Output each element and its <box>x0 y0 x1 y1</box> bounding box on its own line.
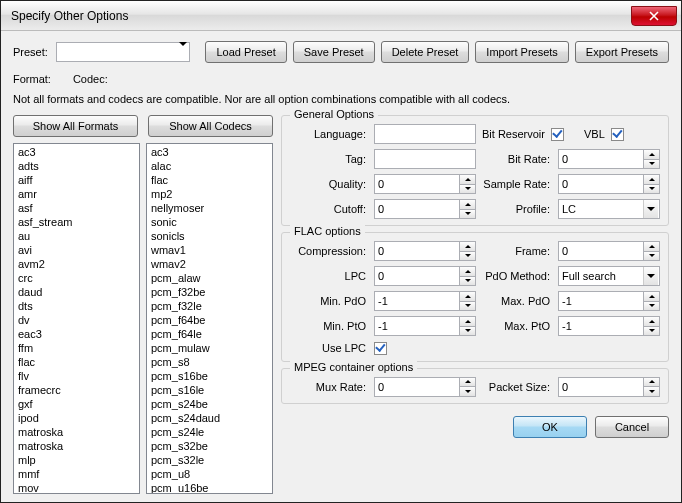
list-item[interactable]: ffm <box>14 341 139 355</box>
use-lpc-checkbox[interactable] <box>374 342 387 355</box>
mux-rate-input[interactable]: 0 <box>374 377 476 397</box>
list-item[interactable]: alac <box>147 159 272 173</box>
list-item[interactable]: matroska <box>14 425 139 439</box>
list-item[interactable]: pcm_s24le <box>147 425 272 439</box>
list-item[interactable]: pcm_f64be <box>147 313 272 327</box>
compression-input[interactable]: 0 <box>374 241 476 261</box>
language-label: Language: <box>290 128 368 140</box>
list-item[interactable]: avm2 <box>14 257 139 271</box>
list-item[interactable]: sonicls <box>147 229 272 243</box>
list-item[interactable]: pcm_u8 <box>147 467 272 481</box>
packet-size-input[interactable]: 0 <box>558 377 660 397</box>
codecs-listbox[interactable]: ac3alacflacmp2nellymosersonicsoniclswmav… <box>146 143 273 494</box>
bit-reservoir-checkbox[interactable] <box>551 128 564 141</box>
list-item[interactable]: pcm_f64le <box>147 327 272 341</box>
list-item[interactable]: wmav2 <box>147 257 272 271</box>
list-item[interactable]: pcm_alaw <box>147 271 272 285</box>
list-item[interactable]: daud <box>14 285 139 299</box>
lpc-input[interactable]: 0 <box>374 266 476 286</box>
list-item[interactable]: matroska <box>14 439 139 453</box>
cancel-button[interactable]: Cancel <box>595 416 669 438</box>
quality-input[interactable]: 0 <box>374 174 476 194</box>
ok-button[interactable]: OK <box>513 416 587 438</box>
list-item[interactable]: nellymoser <box>147 201 272 215</box>
list-item[interactable]: pcm_s8 <box>147 355 272 369</box>
list-item[interactable]: mlp <box>14 453 139 467</box>
list-item[interactable]: pcm_s32be <box>147 439 272 453</box>
list-item[interactable]: ac3 <box>14 145 139 159</box>
flac-legend: FLAC options <box>290 225 365 237</box>
close-icon <box>649 11 659 21</box>
vbl-checkbox[interactable] <box>611 128 624 141</box>
list-item[interactable]: dts <box>14 299 139 313</box>
close-button[interactable] <box>631 6 677 26</box>
pdo-method-select[interactable]: Full search <box>558 266 660 286</box>
list-item[interactable]: pcm_s32le <box>147 453 272 467</box>
show-all-codecs-button[interactable]: Show All Codecs <box>148 115 273 137</box>
list-item[interactable]: adts <box>14 159 139 173</box>
tag-label: Tag: <box>290 153 368 165</box>
quality-label: Quality: <box>290 178 368 190</box>
list-item[interactable]: eac3 <box>14 327 139 341</box>
list-item[interactable]: flv <box>14 369 139 383</box>
cutoff-input[interactable]: 0 <box>374 199 476 219</box>
preset-select[interactable] <box>56 42 190 62</box>
tag-input[interactable] <box>374 149 476 169</box>
save-preset-button[interactable]: Save Preset <box>293 41 375 63</box>
chevron-down-icon <box>643 200 658 218</box>
list-item[interactable]: mmf <box>14 467 139 481</box>
language-input[interactable] <box>374 124 476 144</box>
delete-preset-button[interactable]: Delete Preset <box>381 41 470 63</box>
max-pdo-input[interactable]: -1 <box>558 291 660 311</box>
profile-select[interactable]: LC <box>558 199 660 219</box>
load-preset-button[interactable]: Load Preset <box>205 41 286 63</box>
list-item[interactable]: pcm_s16le <box>147 383 272 397</box>
profile-label: Profile: <box>482 203 552 215</box>
list-item[interactable]: pcm_s24daud <box>147 411 272 425</box>
min-pdo-input[interactable]: -1 <box>374 291 476 311</box>
list-item[interactable]: flac <box>147 173 272 187</box>
spin-down-icon[interactable] <box>644 160 659 169</box>
compat-note: Not all formats and codecs are compatibl… <box>13 93 669 105</box>
sample-rate-input[interactable]: 0 <box>558 174 660 194</box>
formats-listbox[interactable]: ac3adtsaiffamrasfasf_streamauaviavm2crcd… <box>13 143 140 494</box>
list-item[interactable]: pcm_s24be <box>147 397 272 411</box>
list-item[interactable]: flac <box>14 355 139 369</box>
list-item[interactable]: gxf <box>14 397 139 411</box>
list-item[interactable]: wmav1 <box>147 243 272 257</box>
list-item[interactable]: mov <box>14 481 139 494</box>
list-item[interactable]: avi <box>14 243 139 257</box>
list-item[interactable]: asf_stream <box>14 215 139 229</box>
list-item[interactable]: crc <box>14 271 139 285</box>
list-item[interactable]: au <box>14 229 139 243</box>
min-pto-input[interactable]: -1 <box>374 316 476 336</box>
dialog-window: Specify Other Options Preset: Load Prese… <box>0 0 682 503</box>
max-pdo-label: Max. PdO <box>482 295 552 307</box>
list-item[interactable]: pcm_f32be <box>147 285 272 299</box>
frame-input[interactable]: 0 <box>558 241 660 261</box>
list-item[interactable]: mp2 <box>147 187 272 201</box>
list-item[interactable]: pcm_f32le <box>147 299 272 313</box>
list-item[interactable]: framecrc <box>14 383 139 397</box>
max-pto-input[interactable]: -1 <box>558 316 660 336</box>
list-item[interactable]: sonic <box>147 215 272 229</box>
min-pto-label: Min. PtO <box>290 320 368 332</box>
list-item[interactable]: amr <box>14 187 139 201</box>
list-item[interactable]: dv <box>14 313 139 327</box>
list-item[interactable]: pcm_u16be <box>147 481 272 494</box>
show-all-formats-button[interactable]: Show All Formats <box>13 115 138 137</box>
bit-rate-input[interactable]: 0 <box>558 149 660 169</box>
export-presets-button[interactable]: Export Presets <box>575 41 669 63</box>
general-options-group: General Options Language: Bit Reservoir … <box>281 115 669 226</box>
import-presets-button[interactable]: Import Presets <box>475 41 569 63</box>
list-item[interactable]: asf <box>14 201 139 215</box>
mux-rate-label: Mux Rate: <box>290 381 368 393</box>
list-item[interactable]: pcm_s16be <box>147 369 272 383</box>
mpeg-legend: MPEG container options <box>290 361 417 373</box>
list-item[interactable]: ac3 <box>147 145 272 159</box>
list-item[interactable]: ipod <box>14 411 139 425</box>
spin-up-icon[interactable] <box>644 150 659 160</box>
list-item[interactable]: pcm_mulaw <box>147 341 272 355</box>
chevron-down-icon <box>643 267 658 285</box>
list-item[interactable]: aiff <box>14 173 139 187</box>
